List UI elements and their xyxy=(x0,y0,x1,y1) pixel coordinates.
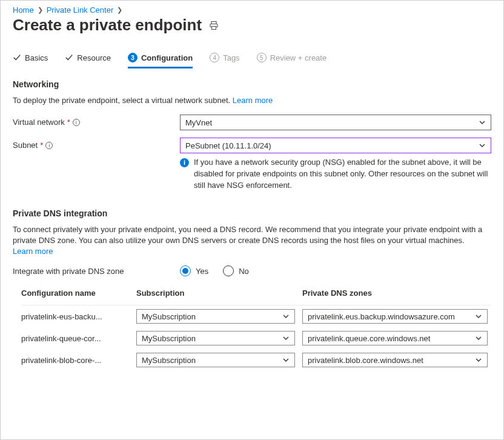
vnet-label: Virtual network xyxy=(13,118,65,127)
chevron-down-icon xyxy=(282,313,290,320)
check-icon xyxy=(13,53,21,62)
tab-resource[interactable]: Resource xyxy=(65,49,111,68)
col-dns-zones: Private DNS zones xyxy=(302,288,491,298)
chevron-down-icon xyxy=(479,142,486,149)
subnet-select[interactable]: PeSubnet (10.11.1.0/24) xyxy=(180,138,491,153)
breadcrumb-sep-icon: ❯ xyxy=(117,6,122,14)
step-number: 5 xyxy=(257,53,267,62)
tab-label: Review + create xyxy=(270,53,327,62)
breadcrumb-home[interactable]: Home xyxy=(13,5,34,15)
breadcrumb-sep-icon: ❯ xyxy=(38,6,43,14)
subnet-value: PeSubnet (10.11.1.0/24) xyxy=(185,141,271,150)
col-config-name: Configuration name xyxy=(21,288,136,298)
breadcrumb: Home ❯ Private Link Center ❯ xyxy=(13,5,491,15)
info-icon: i xyxy=(180,158,189,167)
tab-label: Resource xyxy=(77,53,111,62)
dns-description: To connect privately with your private e… xyxy=(13,224,485,258)
integrate-dns-no[interactable]: No xyxy=(223,265,249,276)
svg-rect-1 xyxy=(212,26,216,29)
networking-description: To deploy the private endpoint, select a… xyxy=(13,95,328,106)
info-icon[interactable]: i xyxy=(45,142,53,149)
radio-checked-icon xyxy=(180,265,191,276)
table-row: privatelink-blob-core-... MySubscription… xyxy=(21,349,491,371)
table-row: privatelink-eus-backu... MySubscription … xyxy=(21,305,491,327)
tab-label: Configuration xyxy=(141,53,193,62)
page-title: Create a private endpoint xyxy=(13,16,202,35)
dns-table: Configuration name Subscription Private … xyxy=(13,288,491,371)
chevron-down-icon xyxy=(479,119,486,126)
integrate-dns-yes[interactable]: Yes xyxy=(180,265,208,276)
dns-zone-select[interactable]: privatelink.eus.backup.windowsazure.com xyxy=(302,309,488,324)
radio-unchecked-icon xyxy=(223,265,234,276)
learn-more-link[interactable]: Learn more xyxy=(233,96,273,105)
step-number: 3 xyxy=(128,53,138,62)
tab-configuration[interactable]: 3 Configuration xyxy=(128,49,193,68)
tab-tags[interactable]: 4 Tags xyxy=(210,49,239,68)
config-name: privatelink-queue-cor... xyxy=(21,334,136,343)
subscription-select[interactable]: MySubscription xyxy=(136,309,295,324)
chevron-down-icon xyxy=(475,356,482,364)
subscription-select[interactable]: MySubscription xyxy=(136,331,295,345)
dns-zone-select[interactable]: privatelink.queue.core.windows.net xyxy=(302,331,488,345)
dns-zone-select[interactable]: privatelink.blob.core.windows.net xyxy=(302,353,488,367)
info-icon[interactable]: i xyxy=(73,119,80,126)
networking-heading: Networking xyxy=(13,79,491,89)
check-icon xyxy=(65,53,73,62)
tab-review-create[interactable]: 5 Review + create xyxy=(257,49,327,68)
chevron-down-icon xyxy=(282,356,290,364)
chevron-down-icon xyxy=(475,335,482,342)
tabs: Basics Resource 3 Configuration 4 Tags 5… xyxy=(13,49,491,68)
required-asterisk: * xyxy=(67,118,70,127)
chevron-down-icon xyxy=(282,335,290,342)
tab-label: Basics xyxy=(25,53,48,62)
tab-label: Tags xyxy=(223,53,239,62)
config-name: privatelink-eus-backu... xyxy=(21,312,136,321)
breadcrumb-private-link-center[interactable]: Private Link Center xyxy=(47,5,114,15)
print-icon[interactable] xyxy=(209,21,219,30)
subnet-label: Subnet xyxy=(13,141,38,150)
radio-label: No xyxy=(239,267,249,276)
subnet-callout: If you have a network security group (NS… xyxy=(194,157,491,192)
config-name: privatelink-blob-core-... xyxy=(21,356,136,365)
radio-label: Yes xyxy=(196,267,208,276)
dns-heading: Private DNS integration xyxy=(13,208,491,218)
integrate-dns-label: Integrate with private DNS zone xyxy=(13,267,124,276)
col-subscription: Subscription xyxy=(136,288,302,298)
vnet-value: MyVnet xyxy=(185,118,212,127)
vnet-select[interactable]: MyVnet xyxy=(180,115,491,130)
tab-basics[interactable]: Basics xyxy=(13,49,48,68)
required-asterisk: * xyxy=(40,141,43,150)
table-row: privatelink-queue-cor... MySubscription … xyxy=(21,327,491,349)
chevron-down-icon xyxy=(475,313,482,320)
learn-more-link[interactable]: Learn more xyxy=(13,247,53,256)
step-number: 4 xyxy=(210,53,219,62)
subscription-select[interactable]: MySubscription xyxy=(136,353,295,367)
